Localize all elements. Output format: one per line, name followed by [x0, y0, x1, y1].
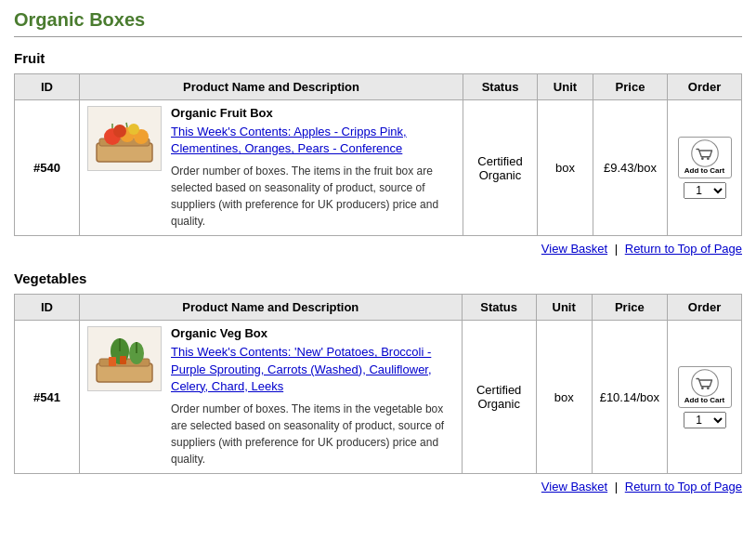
product-table-1: IDProduct Name and DescriptionStatusUnit… [14, 294, 742, 474]
add-to-cart-button-1-0[interactable]: Add to Cart [678, 366, 732, 408]
th-col_order: Order [668, 74, 742, 100]
product-order-0-0: Add to Cart12345 [668, 100, 742, 236]
svg-point-21 [701, 387, 704, 389]
product-table-0: IDProduct Name and DescriptionStatusUnit… [14, 73, 742, 236]
th-col_status: Status [462, 295, 536, 321]
th-col_id: ID [15, 74, 80, 100]
product-unit-1-0: box [536, 321, 592, 474]
th-col_status: Status [463, 74, 538, 100]
footer-separator-0: | [611, 242, 621, 256]
product-contents-link-1-0[interactable]: This Week's Contents: 'New' Potatoes, Br… [171, 344, 454, 395]
qty-select-1-0[interactable]: 12345 [684, 412, 726, 428]
product-unit-0-0: box [538, 100, 593, 236]
th-col_unit: Unit [538, 74, 593, 100]
qty-select-0-0[interactable]: 12345 [684, 182, 726, 199]
product-status-0-0: Certified Organic [463, 100, 538, 236]
add-to-cart-button-0-0[interactable]: Add to Cart [678, 137, 732, 178]
svg-line-8 [126, 123, 127, 127]
table-row: #541 Organic Veg BoxThis Week's Contents… [15, 321, 742, 474]
th-col_product: Product Name and Description [80, 74, 463, 100]
product-desc-1-0: Organic Veg BoxThis Week's Contents: 'Ne… [80, 321, 463, 474]
product-name-0-0: Organic Fruit Box [171, 106, 455, 120]
svg-point-11 [707, 158, 710, 161]
product-image-0-0 [87, 106, 162, 171]
product-order-1-0: Add to Cart12345 [668, 321, 742, 474]
fruit-section: FruitIDProduct Name and DescriptionStatu… [14, 50, 742, 256]
th-col_price: Price [592, 295, 667, 321]
view-basket-link-1[interactable]: View Basket [541, 480, 607, 494]
view-basket-link-0[interactable]: View Basket [541, 242, 607, 256]
product-desc-0-0: Organic Fruit BoxThis Week's Contents: A… [80, 100, 463, 236]
product-note-0-0: Order number of boxes. The items in the … [171, 163, 455, 230]
veg-section: VegetablesIDProduct Name and Description… [14, 270, 742, 494]
product-status-1-0: Certified Organic [462, 321, 536, 474]
section-footer-0: View Basket | Return to Top of Page [14, 242, 742, 256]
product-note-1-0: Order number of boxes. The items in the … [171, 401, 454, 467]
section-footer-1: View Basket | Return to Top of Page [14, 480, 742, 494]
table-row: #540 Organic Fruit BoxThis Week's Conten… [15, 100, 742, 236]
svg-point-5 [113, 125, 126, 138]
th-col_price: Price [593, 74, 668, 100]
return-top-link-0[interactable]: Return to Top of Page [625, 242, 742, 256]
page-title: Organic Boxes [14, 9, 742, 31]
return-top-link-1[interactable]: Return to Top of Page [625, 480, 742, 494]
product-price-0-0: £9.43/box [593, 100, 668, 236]
product-id-1-0: #541 [15, 321, 80, 474]
th-col_unit: Unit [536, 295, 592, 321]
svg-point-20 [691, 370, 718, 397]
product-name-1-0: Organic Veg Box [171, 326, 454, 340]
product-price-1-0: £10.14/box [592, 321, 667, 474]
th-col_id: ID [15, 295, 80, 321]
svg-point-10 [701, 158, 704, 161]
svg-point-6 [128, 124, 139, 135]
product-id-0-0: #540 [15, 100, 80, 236]
section-title-1: Vegetables [14, 270, 742, 286]
product-image-1-0 [87, 326, 162, 391]
product-contents-link-0-0[interactable]: This Week's Contents: Apples - Cripps Pi… [171, 124, 455, 157]
svg-point-9 [691, 140, 718, 167]
svg-point-22 [707, 387, 710, 389]
svg-rect-17 [120, 356, 126, 364]
footer-separator-1: | [611, 480, 621, 494]
svg-rect-16 [109, 357, 116, 366]
section-title-0: Fruit [14, 50, 742, 66]
th-col_order: Order [668, 295, 742, 321]
th-col_product: Product Name and Description [80, 295, 463, 321]
title-divider [14, 36, 742, 37]
